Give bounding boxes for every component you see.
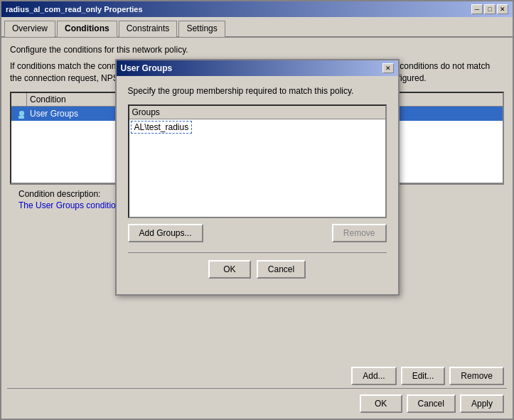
- add-groups-button[interactable]: Add Groups...: [128, 224, 203, 242]
- ok-button[interactable]: OK: [360, 394, 402, 413]
- modal-overlay: User Groups ✕ Specify the group membersh…: [1, 38, 513, 364]
- add-button[interactable]: Add...: [351, 367, 396, 385]
- modal-title-bar: User Groups ✕: [117, 60, 398, 76]
- remove-button[interactable]: Remove: [449, 367, 504, 385]
- modal-body: Specify the group membership required to…: [117, 76, 398, 294]
- modal-close-button[interactable]: ✕: [382, 63, 394, 73]
- modal-remove-button[interactable]: Remove: [332, 224, 387, 242]
- table-action-buttons: Add... Edit... Remove: [1, 364, 513, 388]
- title-controls: ─ □ ✕: [471, 4, 508, 14]
- footer-buttons: OK Cancel Apply: [1, 389, 513, 419]
- window-title: radius_al_com_read_only Properties: [6, 5, 143, 14]
- tab-conditions[interactable]: Conditions: [57, 21, 117, 37]
- groups-item[interactable]: AL\test_radius: [131, 121, 193, 134]
- main-window: radius_al_com_read_only Properties ─ □ ✕…: [0, 0, 514, 420]
- tab-settings[interactable]: Settings: [178, 21, 225, 37]
- maximize-button[interactable]: □: [484, 4, 496, 14]
- groups-body: AL\test_radius: [129, 119, 385, 135]
- title-bar: radius_al_com_read_only Properties ─ □ ✕: [1, 1, 513, 17]
- modal-ok-button[interactable]: OK: [208, 260, 251, 279]
- groups-header: Groups: [129, 106, 385, 119]
- modal-ok-row: OK Cancel: [128, 257, 387, 284]
- modal-description: Specify the group membership required to…: [128, 86, 387, 96]
- main-content: Configure the conditions for this networ…: [1, 38, 513, 364]
- tab-overview[interactable]: Overview: [4, 21, 55, 37]
- apply-button[interactable]: Apply: [460, 394, 504, 413]
- user-groups-dialog: User Groups ✕ Specify the group membersh…: [115, 59, 400, 296]
- groups-panel: Groups AL\test_radius: [128, 104, 387, 218]
- close-button[interactable]: ✕: [497, 4, 508, 14]
- tab-strip: Overview Conditions Constraints Settings: [1, 17, 513, 38]
- divider: [128, 252, 387, 253]
- minimize-button[interactable]: ─: [471, 4, 483, 14]
- edit-button[interactable]: Edit...: [401, 367, 446, 385]
- cancel-button[interactable]: Cancel: [407, 394, 456, 413]
- modal-action-row: Add Groups... Remove: [128, 218, 387, 248]
- tab-constraints[interactable]: Constraints: [119, 21, 178, 37]
- modal-cancel-button[interactable]: Cancel: [257, 260, 306, 279]
- modal-title: User Groups: [121, 63, 173, 73]
